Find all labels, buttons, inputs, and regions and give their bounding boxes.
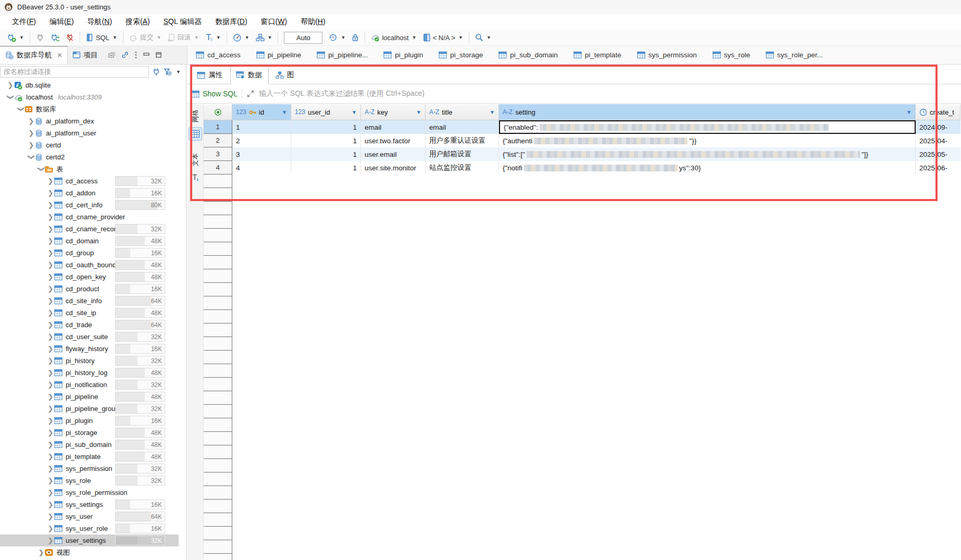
rollback-button[interactable]: 回滚▼ [166, 31, 201, 44]
collapse-arrow-icon[interactable]: ❯ [38, 166, 45, 173]
chevron-down-icon[interactable]: ▼ [19, 35, 24, 40]
expand-arrow-icon[interactable]: ❯ [47, 513, 54, 520]
cell-user_id[interactable]: 1 [291, 147, 361, 161]
tree-item-cd_group[interactable]: ❯cd_group16K [0, 247, 179, 259]
chevron-down-icon[interactable]: ▼ [245, 35, 249, 40]
tree-item-ai_platform_dex[interactable]: ❯ai_platform_dex [0, 115, 179, 127]
cell-create-time[interactable]: 2024-09- [916, 120, 960, 134]
cell-user_id[interactable]: 1 [291, 120, 361, 134]
sql-editor-button[interactable]: SQL▼ [84, 32, 119, 44]
tree-item-cd_product[interactable]: ❯cd_product16K [0, 283, 179, 295]
chevron-down-icon[interactable]: ▼ [268, 35, 272, 40]
column-header-title[interactable]: A-Ztitle▼ [426, 104, 499, 120]
expand-arrow-icon[interactable]: ❯ [47, 441, 54, 449]
expand-arrow-icon[interactable]: ❯ [47, 333, 54, 341]
cell-setting[interactable]: {"list":[""]} [499, 147, 916, 161]
expand-arrow-icon[interactable]: ❯ [47, 345, 54, 353]
tree-item-cd_cname_provider[interactable]: ❯cd_cname_provider [0, 211, 179, 223]
tree-item-sys_settings[interactable]: ❯sys_settings16K [0, 499, 179, 511]
tree-item-cd_site_ip[interactable]: ❯cd_site_ip48K [0, 307, 179, 319]
expand-arrow-icon[interactable]: ❯ [47, 261, 54, 269]
chevron-down-icon[interactable]: ▼ [412, 35, 417, 40]
connection-filter-input[interactable] [0, 66, 149, 78]
tree-item-pi_history[interactable]: ❯pi_history32K [0, 355, 179, 367]
lock-button[interactable] [350, 32, 361, 43]
expand-arrow-icon[interactable]: ❯ [47, 297, 54, 305]
cell-id[interactable]: 4 [232, 161, 291, 175]
tree-item-cd_site_info[interactable]: ❯cd_site_info64K [0, 295, 179, 307]
tree-item-dbsqlite[interactable]: ❯db.sqlite [0, 79, 179, 91]
cell-id[interactable]: 3 [232, 147, 291, 161]
expand-arrow-icon[interactable]: ❯ [38, 549, 45, 556]
commit-button[interactable]: 提交▼ [127, 31, 164, 44]
expand-arrow-icon[interactable]: ❯ [47, 321, 54, 329]
editor-tab-cd_access[interactable]: cd_access [188, 46, 248, 64]
expand-arrow-icon[interactable]: ❯ [47, 213, 54, 221]
cell-title[interactable]: 用户邮箱设置 [426, 147, 499, 161]
tree-item-[interactable]: ❯视图 [0, 546, 179, 558]
editor-tab-pi_template[interactable]: pi_template [565, 46, 629, 64]
cell-create-time[interactable]: 2025-04- [916, 134, 960, 147]
cell-user_id[interactable]: 1 [291, 161, 361, 175]
tree-item-cd_cname_record[interactable]: ❯cd_cname_record32K [0, 223, 179, 235]
row-number[interactable]: 4 [204, 161, 232, 175]
result-tab-props[interactable]: 属性 [191, 66, 229, 84]
expand-arrow-icon[interactable]: ❯ [47, 489, 54, 496]
disconnect-button[interactable] [64, 32, 76, 44]
tree-item-[interactable]: ❯数据库 [0, 103, 179, 115]
column-header-create_t[interactable]: create_t [916, 104, 960, 120]
expand-arrow-icon[interactable]: ❯ [47, 453, 54, 461]
tab-projects[interactable]: 项目 [68, 46, 103, 64]
expand-arrow-icon[interactable]: ❯ [47, 225, 54, 233]
tree-item-pi_pipeline_group[interactable]: ❯pi_pipeline_group32K [0, 403, 179, 415]
chevron-down-icon[interactable]: ▼ [176, 69, 181, 74]
close-icon[interactable]: ✕ [57, 52, 63, 59]
expand-arrow-icon[interactable]: ❯ [47, 393, 54, 401]
cell-key[interactable]: user.email [361, 147, 426, 161]
expand-arrow-icon[interactable]: ❯ [28, 141, 35, 149]
select-all-radio[interactable] [204, 104, 232, 120]
tree-item-pi_sub_domain[interactable]: ❯pi_sub_domain48K [0, 439, 179, 451]
cell-id[interactable]: 1 [232, 120, 291, 134]
menu-item-6[interactable]: 数据库(D) [208, 15, 254, 29]
tab-database-navigator[interactable]: 数据库导航 ✕ [0, 46, 68, 64]
active-database-button[interactable]: < N/A >▼ [421, 32, 465, 43]
editor-tab-pi_sub_domain[interactable]: pi_sub_domain [490, 46, 565, 64]
expand-arrows-icon[interactable] [246, 90, 255, 98]
column-header-setting[interactable]: A-Zsetting▼ [499, 104, 916, 120]
tree-item-cd_domain[interactable]: ❯cd_domain48K [0, 235, 179, 247]
column-filter-icon[interactable]: ▼ [416, 109, 421, 115]
expand-arrow-icon[interactable]: ❯ [47, 381, 54, 389]
show-sql-button[interactable]: Show SQL [191, 90, 238, 98]
expand-arrow-icon[interactable]: ❯ [7, 81, 14, 89]
result-tab-data[interactable]: 数据 [230, 66, 269, 84]
cell-create-time[interactable]: 2025-05- [916, 147, 960, 161]
tree-item-flyway_history[interactable]: ❯flyway_history16K [0, 343, 179, 355]
refresh-button[interactable]: ▼ [327, 32, 347, 43]
tree-item-cd_oauth_bound[interactable]: ❯cd_oauth_bound48K [0, 259, 179, 271]
tree-item-certd2[interactable]: ❯certd2 [0, 151, 179, 163]
minimize-panel-icon[interactable] [143, 52, 150, 58]
expand-arrow-icon[interactable]: ❯ [47, 369, 54, 377]
cell-user_id[interactable]: 1 [291, 134, 361, 147]
cell-key[interactable]: user.two.factor [361, 134, 426, 147]
menu-item-3[interactable]: 导航(N) [81, 15, 119, 29]
expand-arrow-icon[interactable]: ❯ [28, 117, 35, 125]
tree-item-cd_user_suite[interactable]: ❯cd_user_suite32K [0, 331, 179, 343]
editor-tab-sys_role_per[interactable]: sys_role_per... [757, 46, 830, 64]
expand-arrow-icon[interactable]: ❯ [47, 309, 54, 317]
filter-funnel-icon[interactable] [164, 68, 172, 76]
cell-key[interactable]: user.site.monitor [361, 161, 426, 175]
expand-arrow-icon[interactable]: ❯ [47, 417, 54, 425]
expand-arrow-icon[interactable]: ❯ [47, 501, 54, 508]
tree-item-sys_user_role[interactable]: ❯sys_user_role16K [0, 522, 179, 534]
cell-setting[interactable]: {"authenti"}} [499, 134, 916, 147]
collapse-all-icon[interactable] [108, 51, 116, 59]
tree-item-pi_history_log[interactable]: ❯pi_history_log48K [0, 367, 179, 379]
txn-filter-button[interactable]: ▼ [203, 32, 223, 43]
cell-title[interactable]: email [426, 120, 499, 134]
expand-arrow-icon[interactable]: ❯ [47, 465, 54, 472]
compile-button[interactable]: ▼ [254, 32, 274, 43]
column-header-id[interactable]: 123id▼ [232, 104, 291, 120]
tree-item-localhost[interactable]: ❯localhostlocalhost:3309 [0, 91, 179, 103]
